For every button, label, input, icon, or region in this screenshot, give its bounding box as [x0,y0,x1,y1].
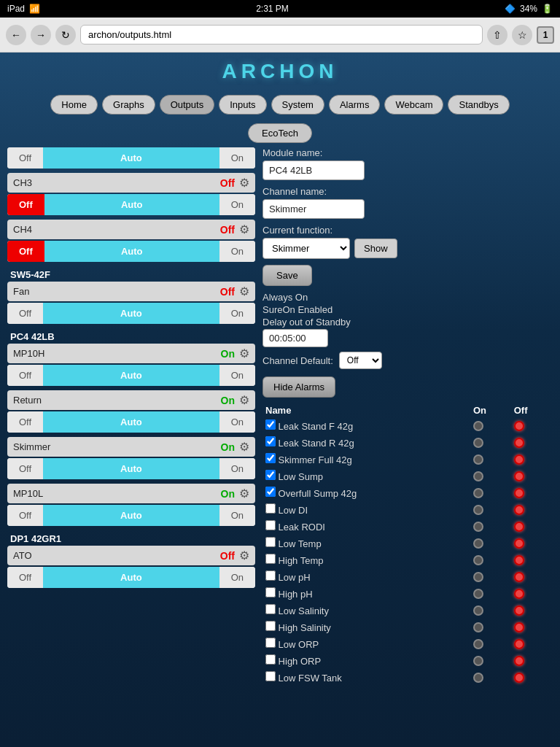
radio-on-button[interactable] [473,454,483,465]
nav-webcam[interactable]: Webcam [384,95,443,115]
radio-off-button[interactable] [514,538,524,549]
radio-on-button[interactable] [473,538,483,549]
nav-standbys[interactable]: Standbys [448,95,509,115]
radio-on-button[interactable] [473,505,483,515]
radio-off-button[interactable] [514,555,524,565]
radio-off-button[interactable] [514,438,524,448]
alarm-checkbox[interactable] [265,621,276,631]
return-off-button[interactable]: Off [7,411,43,433]
radio-off-button[interactable] [514,471,524,481]
ch3-gear-icon[interactable]: ⚙ [239,176,249,190]
ch3-off-button[interactable]: Off [7,194,44,215]
ch4-gear-icon[interactable]: ⚙ [239,222,249,236]
ecotech-button[interactable]: EcoTech [248,123,312,143]
radio-on-button[interactable] [473,605,483,616]
alarm-checkbox[interactable] [265,570,276,581]
function-select[interactable]: Skimmer Return Powerhead Other [262,238,350,259]
radio-on-button[interactable] [473,471,483,481]
radio-on-button[interactable] [473,488,483,498]
radio-off-button[interactable] [514,622,524,632]
alarm-checkbox[interactable] [265,453,276,463]
mp10h-auto-button[interactable]: Auto [43,365,219,386]
skimmer-gear-icon[interactable]: ⚙ [239,440,249,454]
save-button[interactable]: Save [262,265,312,286]
mp10l-off-button[interactable]: Off [7,505,43,526]
ch4-off-button[interactable]: Off [7,241,44,262]
reload-button[interactable]: ↻ [55,25,76,45]
mp10h-gear-icon[interactable]: ⚙ [239,347,249,360]
radio-off-button[interactable] [514,572,524,582]
ato-auto-button[interactable]: Auto [43,567,219,588]
alarm-checkbox[interactable] [265,503,276,514]
alarm-checkbox[interactable] [265,554,276,564]
on-button-top[interactable]: On [219,147,255,169]
skimmer-on-button[interactable]: On [219,458,255,479]
alarm-checkbox[interactable] [265,604,276,614]
return-gear-icon[interactable]: ⚙ [239,393,249,407]
radio-on-button[interactable] [473,555,483,565]
fan-on-button[interactable]: On [219,303,255,324]
url-input[interactable] [80,25,483,44]
show-button[interactable]: Show [354,239,397,258]
return-on-button[interactable]: On [219,411,255,433]
alarm-checkbox[interactable] [265,487,276,497]
ato-off-button[interactable]: Off [7,567,43,588]
radio-off-button[interactable] [514,656,524,666]
alarm-checkbox[interactable] [265,537,276,547]
alarm-checkbox[interactable] [265,520,276,530]
radio-on-button[interactable] [473,522,483,532]
mp10h-off-button[interactable]: Off [7,365,43,386]
nav-inputs[interactable]: Inputs [219,95,266,115]
alarm-checkbox[interactable] [265,654,276,665]
ch4-on-button[interactable]: On [219,241,255,262]
bookmark-button[interactable]: ☆ [512,25,532,45]
radio-on-button[interactable] [473,421,483,431]
radio-off-button[interactable] [514,605,524,616]
radio-on-button[interactable] [473,572,483,582]
nav-graphs[interactable]: Graphs [102,95,155,115]
mp10l-on-button[interactable]: On [219,505,255,526]
nav-home[interactable]: Home [50,95,98,115]
radio-on-button[interactable] [473,622,483,632]
alarm-checkbox[interactable] [265,419,276,430]
nav-alarms[interactable]: Alarms [329,95,380,115]
hide-alarms-button[interactable]: Hide Alarms [262,376,335,398]
fan-auto-button[interactable]: Auto [43,303,219,324]
ch3-on-button[interactable]: On [219,194,255,215]
auto-button-top[interactable]: Auto [43,147,219,169]
ch4-auto-button[interactable]: Auto [44,241,219,262]
alarm-checkbox[interactable] [265,587,276,597]
radio-off-button[interactable] [514,522,524,532]
skimmer-auto-button[interactable]: Auto [43,458,219,479]
alarm-checkbox[interactable] [265,436,276,446]
mp10l-gear-icon[interactable]: ⚙ [239,487,249,500]
radio-off-button[interactable] [514,454,524,465]
alarm-checkbox[interactable] [265,671,276,681]
return-auto-button[interactable]: Auto [43,411,219,433]
mp10h-on-button[interactable]: On [219,365,255,386]
radio-on-button[interactable] [473,639,483,649]
forward-button[interactable]: → [31,25,51,45]
radio-off-button[interactable] [514,505,524,515]
channel-default-select[interactable]: Off On Auto [339,352,382,369]
radio-on-button[interactable] [473,673,483,683]
radio-off-button[interactable] [514,639,524,649]
mp10l-auto-button[interactable]: Auto [43,505,219,526]
ato-on-button[interactable]: On [219,567,255,588]
radio-off-button[interactable] [514,673,524,683]
ato-gear-icon[interactable]: ⚙ [239,549,249,562]
radio-off-button[interactable] [514,421,524,431]
channel-name-input[interactable] [262,199,365,219]
nav-outputs[interactable]: Outputs [160,95,215,115]
off-button-top[interactable]: Off [7,147,43,169]
radio-on-button[interactable] [473,656,483,666]
skimmer-off-button[interactable]: Off [7,458,43,479]
radio-off-button[interactable] [514,589,524,599]
share-button[interactable]: ⇧ [487,25,508,45]
alarm-checkbox[interactable] [265,638,276,648]
module-name-input[interactable] [262,160,365,180]
fan-off-button[interactable]: Off [7,303,43,324]
fan-gear-icon[interactable]: ⚙ [239,285,249,298]
alarm-checkbox[interactable] [265,470,276,480]
radio-on-button[interactable] [473,589,483,599]
